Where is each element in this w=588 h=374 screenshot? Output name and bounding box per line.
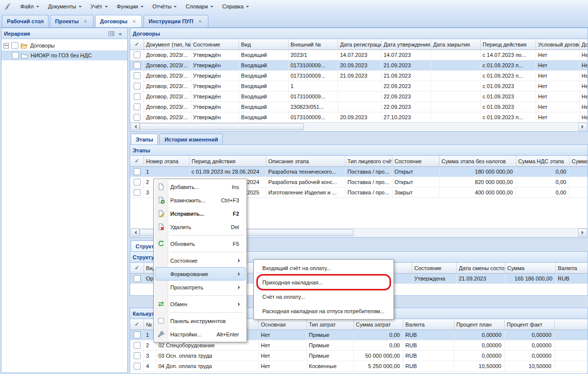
- menu-item[interactable]: Приходная накладная...: [255, 275, 392, 289]
- tab-close-icon[interactable]: ×: [82, 18, 89, 25]
- menubar-item[interactable]: Словари: [181, 0, 218, 13]
- column-header[interactable]: Состояние: [191, 39, 239, 50]
- menubar-item[interactable]: Документы: [44, 0, 86, 13]
- menu-item[interactable]: Формирование: [155, 267, 245, 280]
- row-checkbox[interactable]: [134, 62, 141, 69]
- row-checkbox[interactable]: [134, 51, 141, 58]
- row-checkbox[interactable]: [134, 331, 141, 338]
- row-checkbox[interactable]: [134, 114, 141, 121]
- table-row[interactable]: 404 Доп. оплата трудаНетКосвенные5 250 0…: [130, 361, 588, 372]
- column-header[interactable]: Документ (тип, №: [144, 39, 191, 50]
- column-header[interactable]: Тип лицевого счёт: [345, 156, 392, 167]
- column-header[interactable]: Дата закрытия: [431, 39, 481, 50]
- row-checkbox[interactable]: [134, 363, 141, 370]
- scrollbar-track[interactable]: [140, 123, 578, 131]
- menu-item[interactable]: Расходная накладная на отпуск потребител…: [255, 304, 392, 318]
- tab[interactable]: История изменений: [159, 134, 223, 144]
- scrollbar-thumb[interactable]: [140, 123, 304, 130]
- table-row[interactable]: Договор, 2023/...УтверждёнВходящий122.09…: [130, 81, 588, 92]
- menu-item[interactable]: Добавить...Ins: [155, 180, 245, 193]
- scroll-left-icon[interactable]: [131, 229, 140, 236]
- menu-item[interactable]: Размножить...Ctrl+F3: [155, 193, 245, 207]
- select-all-header[interactable]: ✓: [130, 319, 144, 330]
- collapse-panel-icon[interactable]: «: [116, 30, 125, 38]
- scroll-right-icon[interactable]: [578, 123, 587, 131]
- menu-item[interactable]: Настройки...Alt+Enter: [155, 327, 245, 341]
- menu-item[interactable]: Обмен: [155, 297, 245, 311]
- column-header[interactable]: Период действия: [190, 156, 266, 167]
- column-header[interactable]: Сумма НДС этапа: [516, 156, 570, 167]
- menu-item[interactable]: Исправить...F2: [155, 207, 245, 220]
- contracts-horizontal-scrollbar[interactable]: [131, 122, 587, 131]
- menu-item[interactable]: Панель инструментов: [155, 314, 245, 327]
- menu-item[interactable]: Просмотреть: [155, 280, 245, 294]
- table-row[interactable]: Договор, 2023/...УтверждёнВходящий017310…: [130, 112, 588, 123]
- table-row[interactable]: 303 Осн. оплата трудаНетПрямые50 000 000…: [130, 351, 588, 361]
- column-header[interactable]: Сумма: [505, 263, 556, 274]
- select-all-header[interactable]: ✓: [130, 39, 144, 50]
- column-header[interactable]: Процент план: [454, 319, 505, 330]
- select-all-header[interactable]: ✓: [130, 156, 144, 167]
- menubar-item[interactable]: Файл: [16, 0, 44, 13]
- tab-close-icon[interactable]: ×: [131, 18, 137, 25]
- menubar-item[interactable]: Справка: [218, 0, 253, 13]
- table-row[interactable]: Договор, 2023/...УтверждёнВходящий017310…: [130, 60, 588, 71]
- row-checkbox[interactable]: [134, 342, 141, 349]
- menubar-item[interactable]: Отчёты: [148, 0, 181, 13]
- row-checkbox[interactable]: [134, 189, 141, 196]
- tree-node[interactable]: НИОКР по ГОЗ без НДС: [1, 50, 127, 60]
- tree-expander-icon[interactable]: [3, 43, 9, 48]
- menu-item[interactable]: Состояние: [155, 254, 245, 267]
- row-checkbox[interactable]: [134, 168, 141, 175]
- column-header[interactable]: Сумма э: [570, 156, 588, 167]
- column-header[interactable]: Дата смены состоя: [457, 263, 505, 274]
- column-header[interactable]: [555, 319, 588, 330]
- row-checkbox[interactable]: [134, 93, 141, 100]
- grid-view-icon[interactable]: [107, 30, 116, 38]
- column-header[interactable]: Условный договор: [536, 39, 580, 50]
- tree-node[interactable]: Договоры: [1, 41, 127, 50]
- column-header[interactable]: Тип затрат: [307, 319, 354, 330]
- table-row[interactable]: 1с 01.09.2023 по 28.06.2024Разработка те…: [130, 167, 588, 177]
- column-header[interactable]: Номер этапа: [144, 156, 190, 167]
- row-checkbox[interactable]: [134, 179, 141, 186]
- menu-item[interactable]: УдалитьDel: [155, 220, 245, 234]
- column-header[interactable]: Дата регистрации: [338, 39, 382, 50]
- tab[interactable]: Договоры×: [95, 15, 142, 27]
- row-checkbox[interactable]: [134, 72, 141, 79]
- scroll-left-icon[interactable]: [131, 123, 140, 131]
- column-header[interactable]: Внешний №: [289, 39, 338, 50]
- column-header[interactable]: Дата утверждения: [382, 39, 431, 50]
- tab[interactable]: Проекты×: [50, 15, 94, 27]
- tab[interactable]: Рабочий стол: [2, 15, 49, 27]
- scroll-right-icon[interactable]: [578, 229, 587, 236]
- column-header[interactable]: Состояние: [412, 263, 457, 274]
- tree-checkbox[interactable]: [12, 52, 19, 59]
- column-header[interactable]: Основная: [259, 319, 307, 330]
- menubar-item[interactable]: Функции: [112, 0, 148, 13]
- table-row[interactable]: Договор, 2023/...УтверждёнВходящий2023/1…: [130, 50, 588, 60]
- column-header[interactable]: Состояние: [392, 156, 440, 167]
- column-header[interactable]: До: [580, 39, 588, 50]
- menu-item[interactable]: Входящий счёт на оплату...: [255, 261, 392, 275]
- tab-close-icon[interactable]: ×: [197, 18, 203, 25]
- row-checkbox[interactable]: [134, 275, 141, 282]
- column-header[interactable]: Валюта: [403, 319, 454, 330]
- table-row[interactable]: Договор, 2023/...УтверждёнВходящий017310…: [130, 92, 588, 102]
- column-header[interactable]: Вид: [239, 39, 289, 50]
- tab[interactable]: Инструкции ПУП×: [144, 15, 208, 27]
- tree-checkbox[interactable]: [11, 42, 18, 49]
- column-header[interactable]: Валюта: [556, 263, 588, 274]
- column-header[interactable]: Процент факт: [505, 319, 555, 330]
- menubar-item[interactable]: Учёт: [86, 0, 112, 13]
- menu-item[interactable]: ОбновитьF5: [155, 237, 245, 250]
- table-row[interactable]: Договор, 2023/...УтверждёнВходящий230823…: [130, 102, 588, 112]
- menu-item[interactable]: Счёт на оплату...: [255, 289, 392, 304]
- row-checkbox[interactable]: [134, 83, 141, 90]
- row-checkbox[interactable]: [134, 352, 141, 359]
- select-all-header[interactable]: ✓: [130, 263, 144, 274]
- table-row[interactable]: Договор, 2023/...УтверждёнВходящий017310…: [130, 71, 588, 81]
- column-header[interactable]: Сумма этапа без налогов: [440, 156, 516, 167]
- column-header[interactable]: Описание этапа: [266, 156, 345, 167]
- row-checkbox[interactable]: [134, 103, 141, 110]
